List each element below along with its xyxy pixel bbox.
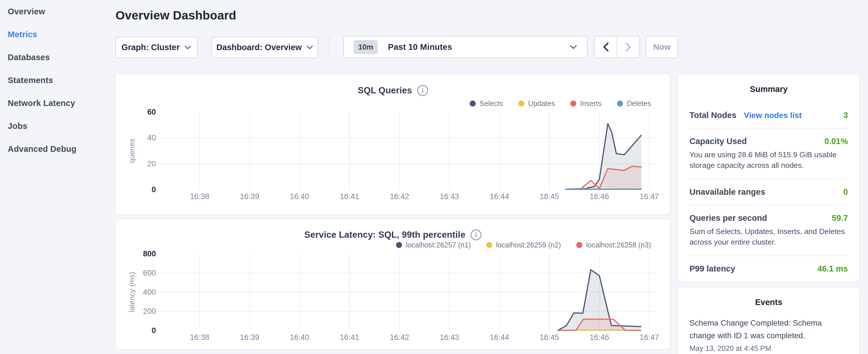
summary-label: Total Nodes	[689, 110, 737, 120]
summary-value: 46.1 ms	[817, 264, 848, 273]
chart-title: Service Latency: SQL, 99th percentile	[304, 230, 465, 240]
summary-row: Total NodesView nodes list3	[689, 102, 848, 128]
svg-text:16:41: 16:41	[340, 192, 359, 201]
dashboard-dropdown[interactable]: Dashboard: Overview	[212, 37, 318, 58]
svg-text:16:40: 16:40	[290, 192, 309, 201]
chevron-down-icon	[306, 45, 313, 50]
legend-label: localhost:26258 (n3)	[586, 241, 651, 249]
graph-dropdown[interactable]: Graph: Cluster	[115, 37, 197, 58]
chart-title: SQL Queries	[358, 85, 412, 96]
summary-heading: Summary	[689, 85, 848, 94]
chevron-down-icon	[570, 45, 577, 49]
summary-row: Queries per second59.7Sum of Selects, Up…	[689, 205, 848, 255]
svg-text:16:45: 16:45	[539, 192, 559, 201]
svg-text:16:38: 16:38	[190, 192, 210, 201]
summary-label: Unavailable ranges	[689, 187, 765, 197]
info-icon[interactable]: i	[417, 85, 428, 96]
svg-text:16:46: 16:46	[590, 192, 609, 201]
toolbar-divider	[329, 36, 330, 58]
time-range-dropdown[interactable]: 10m Past 10 Minutes	[343, 36, 587, 58]
sidebar-item-advanced-debug[interactable]: Advanced Debug	[0, 137, 115, 160]
time-range-label: Past 10 Minutes	[388, 42, 452, 52]
time-pager	[594, 36, 640, 58]
svg-text:16:42: 16:42	[390, 333, 409, 342]
legend-label: Deletes	[627, 99, 651, 108]
svg-text:queries: queries	[127, 139, 136, 163]
summary-row: Capacity Used0.01%You are using 28.6 MiB…	[689, 128, 848, 179]
view-nodes-list-link[interactable]: View nodes list	[744, 111, 802, 120]
svg-text:16:44: 16:44	[490, 192, 509, 201]
time-range-badge: 10m	[353, 40, 378, 54]
svg-text:latency (ms): latency (ms)	[127, 272, 136, 313]
time-forward-button[interactable]	[617, 36, 639, 58]
legend-label: Selects	[479, 99, 503, 108]
summary-description: Sum of Selects, Updates, Inserts, and De…	[689, 226, 848, 248]
svg-text:16:43: 16:43	[440, 192, 459, 201]
svg-text:20: 20	[147, 160, 156, 168]
now-button[interactable]: Now	[646, 36, 678, 58]
legend-label: localhost:26259 (n2)	[496, 241, 561, 249]
events-panel: Events Schema Change Completed: Schema c…	[677, 287, 860, 354]
svg-text:16:45: 16:45	[539, 333, 559, 342]
event-timestamp: May 13, 2020 at 4:45 PM	[689, 344, 848, 353]
legend-label: Inserts	[580, 99, 601, 108]
svg-text:16:39: 16:39	[240, 333, 259, 342]
info-icon[interactable]: i	[470, 229, 482, 240]
summary-value: 0.01%	[825, 137, 848, 146]
svg-text:16:46: 16:46	[590, 333, 609, 342]
sidebar-item-network-latency[interactable]: Network Latency	[0, 92, 115, 115]
legend-dot-icon	[396, 242, 402, 248]
svg-text:16:47: 16:47	[640, 333, 659, 342]
dashboard-dropdown-label: Dashboard: Overview	[216, 43, 302, 52]
svg-text:0: 0	[152, 326, 156, 335]
legend-label: localhost:26257 (n1)	[406, 241, 471, 249]
legend-dot-icon	[486, 242, 492, 248]
svg-text:16:40: 16:40	[290, 333, 309, 342]
sql-queries-chart-card: SQL Queries i SelectsUpdatesInsertsDelet…	[115, 74, 671, 215]
sidebar-item-statements[interactable]: Statements	[0, 69, 115, 92]
legend-item: Inserts	[570, 99, 601, 108]
svg-text:40: 40	[147, 133, 156, 142]
svg-text:16:44: 16:44	[490, 333, 509, 342]
event-item: Schema Change Completed: Schema change w…	[689, 317, 848, 353]
svg-text:400: 400	[143, 288, 156, 296]
time-back-button[interactable]	[595, 36, 617, 58]
svg-text:16:43: 16:43	[440, 333, 459, 342]
page-title: Overview Dashboard	[116, 9, 236, 22]
legend-item: localhost:26259 (n2)	[486, 241, 561, 249]
chart-legend: SelectsUpdatesInsertsDeletes	[470, 99, 651, 108]
legend-item: Updates	[518, 99, 555, 108]
summary-label: Queries per second	[689, 213, 767, 223]
svg-text:16:38: 16:38	[190, 333, 210, 342]
summary-value: 0	[843, 187, 848, 197]
event-message: Schema Change Completed: Schema change w…	[689, 317, 848, 342]
sidebar-item-jobs[interactable]: Jobs	[0, 115, 115, 137]
legend-item: localhost:26258 (n3)	[576, 241, 651, 249]
svg-text:60: 60	[147, 108, 156, 116]
sidebar-item-metrics[interactable]: Metrics	[0, 23, 115, 46]
svg-text:16:39: 16:39	[240, 192, 259, 201]
sidebar: OverviewMetricsDatabasesStatementsNetwor…	[0, 0, 115, 354]
svg-text:200: 200	[143, 307, 156, 316]
chevron-right-icon	[625, 42, 632, 52]
legend-dot-icon	[570, 100, 576, 106]
events-heading: Events	[689, 297, 848, 307]
svg-text:0: 0	[152, 185, 156, 194]
svg-text:16:41: 16:41	[340, 333, 359, 342]
summary-row: P99 latency46.1 ms	[689, 255, 848, 282]
sidebar-item-overview[interactable]: Overview	[0, 0, 115, 23]
chart-legend: localhost:26257 (n1)localhost:26259 (n2)…	[396, 241, 651, 249]
chevron-down-icon	[184, 45, 191, 50]
graph-dropdown-label: Graph: Cluster	[122, 43, 180, 52]
summary-label: P99 latency	[689, 264, 735, 273]
summary-row: Unavailable ranges0	[689, 179, 848, 205]
svg-text:16:47: 16:47	[640, 192, 659, 201]
svg-text:16:42: 16:42	[390, 192, 409, 201]
legend-item: localhost:26257 (n1)	[396, 241, 471, 249]
chevron-left-icon	[602, 42, 609, 52]
service-latency-chart-card: Service Latency: SQL, 99th percentile i …	[115, 219, 671, 350]
sidebar-item-databases[interactable]: Databases	[0, 46, 115, 69]
legend-dot-icon	[470, 100, 476, 106]
legend-dot-icon	[518, 100, 524, 106]
summary-value: 59.7	[832, 213, 848, 223]
